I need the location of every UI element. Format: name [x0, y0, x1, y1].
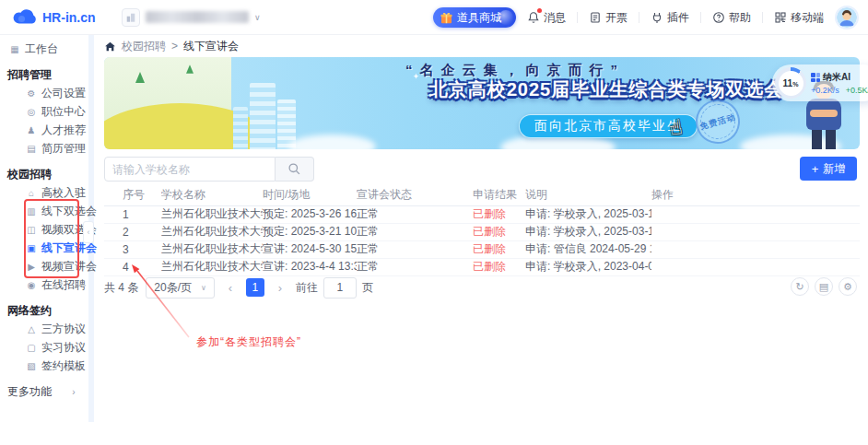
breadcrumb-section[interactable]: 校园招聘 [122, 39, 166, 54]
nav-invoice[interactable]: 开票 [589, 10, 628, 26]
nav-messages[interactable]: 消息 [527, 10, 566, 26]
banner-art-building [233, 107, 248, 149]
chevron-down-icon: ∨ [201, 284, 206, 292]
company-settings-icon: ⚙ [26, 88, 37, 99]
cell-actions [651, 223, 860, 240]
offline-talk-icon: ▣ [26, 243, 37, 253]
user-avatar[interactable] [835, 6, 859, 29]
logo-text: HR-in.cn [42, 10, 96, 25]
cell-status: 正常 [357, 258, 473, 275]
sidebar-item-more[interactable]: 更多功能 › [0, 382, 88, 401]
sidebar-item-talent-recommend[interactable]: ♟ 人才推荐 [0, 121, 88, 139]
sidebar-item-video-talk[interactable]: ▶ 视频宣讲会 [0, 257, 88, 275]
goto-unit: 页 [362, 280, 373, 296]
talks-table: 序号 学校名称 时间/场地 宣讲会状态 申请结果 说明 操作 1 兰州石化职业技… [104, 184, 860, 276]
tripartite-icon: △ [26, 324, 37, 334]
app-logo[interactable]: HR-in.cn [0, 9, 111, 25]
cpu-gauge: 11% [775, 67, 806, 99]
divider [577, 12, 578, 23]
free-event-stamp: 免费活动 [690, 94, 745, 148]
search-input[interactable] [104, 157, 276, 182]
person-legs [812, 130, 836, 149]
person-arm [810, 110, 838, 117]
current-page-button[interactable]: 1 [246, 278, 264, 297]
sidebar-item-workbench[interactable]: ▦ 工作台 [0, 40, 88, 58]
col-actions: 操作 [651, 184, 860, 205]
invoice-icon [589, 11, 602, 24]
sidebar-item-offline-fair[interactable]: ▥ 线下双选会 [0, 202, 88, 220]
talent-icon: ♟ [26, 125, 37, 135]
download-speed: +0.5K/s [846, 86, 868, 95]
sidebar-item-tripartite[interactable]: △ 三方协议 [0, 320, 88, 338]
cell-school: 兰州石化职业技术大学 [161, 223, 263, 240]
cell-actions [651, 258, 860, 275]
offline-fair-icon: ▥ [26, 206, 37, 217]
stamp-label: 免费活动 [690, 94, 745, 148]
nav-plugins[interactable]: 插件 [651, 10, 689, 26]
table-row[interactable]: 3 兰州石化职业技术大学 宣讲: 2024-5-30 15:30 正常 已删除 … [104, 240, 860, 258]
net-monitor-widget[interactable]: 11% 纳米AI +0.2K/s +0.5K/s [772, 64, 868, 101]
company-selector[interactable]: ∨ [122, 8, 261, 27]
nav-invoice-label: 开票 [605, 10, 628, 26]
sidebar-item-offline-talk[interactable]: ▣ 线下宣讲会 [0, 239, 88, 257]
sidebar-item-internship[interactable]: ▢ 实习协议 [0, 338, 88, 357]
nav-mobile[interactable]: 移动端 [774, 10, 824, 26]
sidebar-item-sign-template[interactable]: ▧ 签约模板 [0, 357, 88, 375]
col-status: 宣讲会状态 [357, 184, 473, 205]
sidebar-item-label: 在线招聘 [41, 277, 86, 293]
table-row[interactable]: 2 兰州石化职业技术大学 预定: 2025-3-21 10:00 正常 已删除 … [104, 223, 860, 240]
chevron-down-icon: ∨ [254, 13, 261, 22]
nano-ai-icon [811, 73, 820, 82]
sidebar-item-label: 签约模板 [41, 358, 86, 374]
qr-code-icon [774, 11, 787, 24]
cell-note: 申请: 学校录入, 2023-04-04 13:15 [525, 258, 651, 275]
resume-icon: ▤ [26, 144, 37, 154]
sidebar-item-company-settings[interactable]: ⚙ 公司设置 [0, 84, 88, 102]
refresh-button[interactable]: ↻ [791, 277, 809, 296]
nav-help[interactable]: 帮助 [712, 10, 751, 26]
sidebar-item-video-fair[interactable]: ◫ 视频双选会 [0, 220, 88, 239]
sidebar-item-school-entry[interactable]: ⌂ 高校入驻 [0, 183, 88, 202]
notification-dot [537, 8, 542, 13]
header-actions: 道具商城 消息 开票 插件 [433, 0, 859, 35]
goto-label: 前往 [296, 280, 318, 296]
cell-no: 2 [104, 223, 161, 240]
breadcrumb-current: 线下宣讲会 [183, 39, 239, 54]
settings-button[interactable]: ⚙ [839, 277, 857, 296]
cell-status: 正常 [357, 205, 473, 223]
workbench-icon: ▦ [9, 44, 20, 54]
prev-page-button[interactable]: ‹ [222, 278, 239, 297]
sidebar-item-label: 人才推荐 [41, 123, 86, 138]
page-size-select[interactable]: 20条/页 ∨ [146, 277, 215, 299]
job-fair-banner[interactable]: “名企云集，向京而行” 北京高校2025届毕业生综合类专场双选会 面向北京市高校… [104, 57, 860, 149]
main-content: 校园招聘 > 线下宣讲会 “名企云集，向京而行” 北京高校2025届毕业生综合类… [94, 35, 868, 445]
sidebar-collapse-handle[interactable]: ‹ [83, 221, 94, 243]
cell-result: 已删除 [473, 240, 525, 258]
columns-button[interactable]: ▤ [815, 277, 833, 296]
chevron-right-icon: › [68, 387, 79, 397]
banner-art-tree [186, 64, 194, 74]
add-button[interactable]: + 新增 [800, 157, 857, 181]
sidebar-item-label: 职位中心 [41, 104, 86, 120]
sidebar-item-label: 三方协议 [41, 322, 86, 337]
goto-page-input[interactable] [323, 277, 357, 299]
cpu-percent-value: 11 [783, 78, 793, 88]
nav-messages-label: 消息 [544, 10, 566, 26]
sidebar-item-job-center[interactable]: ◎ 职位中心 [0, 102, 88, 121]
sidebar-item-resume-mgmt[interactable]: ▤ 简历管理 [0, 139, 88, 158]
cpu-percent-unit: % [792, 81, 798, 88]
table-row[interactable]: 1 兰州石化职业技术大学 预定: 2025-3-26 16:30 正常 已删除 … [104, 205, 860, 223]
table-row[interactable]: 4 兰州石化职业技术大学 宣讲: 2023-4-4 13:30 正常 已删除 申… [104, 258, 860, 275]
cell-no: 4 [104, 258, 161, 275]
next-page-button[interactable]: › [272, 278, 288, 297]
video-talk-icon: ▶ [26, 262, 37, 272]
col-result: 申请结果 [473, 184, 525, 205]
cpu-percent: 11% [779, 71, 803, 96]
goto-page: 前往 页 [296, 277, 373, 299]
banner-art-tree [135, 72, 145, 83]
sidebar-item-online-recruit[interactable]: ◉ 在线招聘 [0, 275, 88, 294]
search-button[interactable] [276, 157, 314, 182]
col-school: 学校名称 [161, 184, 263, 205]
cell-no: 1 [104, 205, 161, 223]
mall-button[interactable]: 道具商城 [433, 7, 516, 28]
